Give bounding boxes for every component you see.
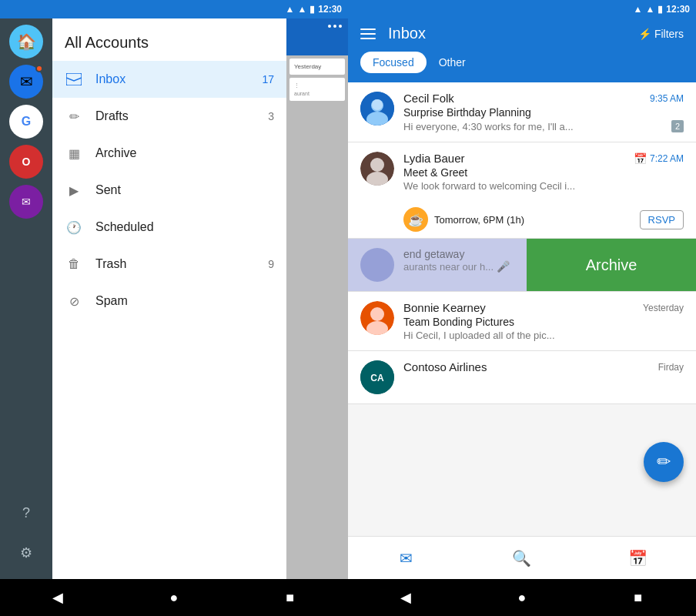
tabs-bar: Focused Other [348, 52, 696, 82]
account-purple[interactable]: ✉ [9, 185, 43, 219]
left-android-nav: ◀ ● ■ [0, 579, 348, 616]
email-list: Cecil Folk 9:35 AM Surprise Birthday Pla… [348, 82, 696, 536]
right-android-nav: ◀ ● ■ [348, 579, 696, 616]
left-main: 🏠 ✉ G O ✉ ? ⚙ [0, 18, 348, 579]
archive-label: Archive [586, 256, 637, 274]
mail-icon: ✉ [22, 196, 31, 208]
settings-button[interactable]: ⚙ [9, 536, 43, 570]
email-subject-4: Team Bonding Pictures [403, 316, 684, 328]
email-preview-1: Hi everyone, 4:30 works for me, I'll a..… [403, 121, 668, 132]
notification-dot [35, 65, 43, 72]
email-content-4: Bonnie Kearney Yesterday Team Bonding Pi… [403, 301, 684, 341]
nav-item-archive[interactable]: ▦ Archive [52, 135, 286, 172]
meeting-row-inner: ☕ Tomorrow, 6PM (1h) RSVP [403, 207, 684, 232]
email-item-2-main: Lydia Bauer 📅 7:22 AM Meet & Greet We lo… [348, 142, 696, 201]
account-outlook[interactable]: ✉ [9, 65, 43, 99]
left-recents-button[interactable]: ■ [275, 582, 306, 613]
email-item-3[interactable]: end getaway Yesterday aurants near our h… [348, 239, 696, 292]
account-google[interactable]: G [9, 105, 43, 139]
wifi-icon: ▲ [286, 4, 295, 15]
inbox-icon [65, 70, 83, 89]
bottom-nav: ✉ 🔍 📅 [348, 536, 696, 579]
email-subject-2: Meet & Greet [403, 166, 684, 179]
tab-focused[interactable]: Focused [360, 52, 427, 73]
right-status-bar: ▲ ▲ ▮ 12:30 [348, 0, 696, 18]
office-icon: O [22, 156, 31, 168]
scheduled-icon: 🕐 [65, 218, 83, 236]
email-item-1[interactable]: Cecil Folk 9:35 AM Surprise Birthday Pla… [348, 82, 696, 142]
left-time: 12:30 [318, 4, 342, 15]
right-home-button[interactable]: ● [507, 582, 537, 613]
drafts-label: Drafts [95, 109, 256, 123]
email-item-5[interactable]: CA Contoso Airlines Firday [348, 351, 696, 404]
nav-item-inbox[interactable]: Inbox 17 [52, 61, 286, 98]
spam-icon: ⊘ [65, 292, 83, 310]
search-nav-icon: 🔍 [512, 549, 531, 567]
email-sender-4: Bonnie Kearney [403, 301, 486, 314]
account-office[interactable]: O [9, 145, 43, 179]
trash-badge: 9 [268, 258, 274, 270]
right-back-button[interactable]: ◀ [390, 582, 421, 613]
nav-item-sent[interactable]: ▶ Sent [52, 172, 286, 209]
right-recents-button[interactable]: ■ [623, 582, 654, 613]
avatar-3 [360, 248, 394, 282]
preview-dots[interactable] [286, 18, 348, 34]
drafts-badge: 3 [268, 110, 274, 122]
help-button[interactable]: ? [9, 496, 43, 530]
rsvp-button[interactable]: RSVP [640, 210, 684, 229]
meeting-time: Tomorrow, 6PM (1h) [434, 214, 634, 226]
svg-point-9 [370, 307, 384, 321]
left-home-button[interactable]: ● [159, 582, 189, 613]
filter-label: Filters [654, 28, 684, 40]
bottom-search-button[interactable]: 🔍 [499, 537, 545, 580]
compose-fab[interactable]: ✏ [644, 442, 684, 482]
nav-item-trash[interactable]: 🗑 Trash 9 [52, 246, 286, 283]
svg-point-4 [372, 99, 383, 110]
filter-button[interactable]: ⚡ Filters [638, 28, 684, 40]
email-time-5: Firday [658, 362, 684, 373]
email-top-2: Lydia Bauer 📅 7:22 AM [403, 152, 684, 165]
left-back-button[interactable]: ◀ [42, 582, 73, 613]
preview-item2: ⋮ aurant [289, 78, 345, 101]
bottom-mail-button[interactable]: ✉ [383, 537, 429, 580]
bottom-calendar-button[interactable]: 📅 [615, 537, 661, 580]
hamburger-line2 [360, 33, 376, 35]
email-content-1: Cecil Folk 9:35 AM Surprise Birthday Pla… [403, 92, 684, 132]
inbox-badge: 17 [262, 73, 274, 85]
mail-nav-icon: ✉ [400, 549, 413, 567]
dot3 [339, 25, 342, 28]
account-home[interactable]: 🏠 [9, 25, 43, 59]
archive-overlay: Archive [527, 239, 696, 291]
email-content-5: Contoso Airlines Firday [403, 360, 684, 394]
meeting-row: ☕ Tomorrow, 6PM (1h) RSVP [348, 201, 696, 239]
battery-icon: ▮ [310, 4, 315, 15]
nav-item-scheduled[interactable]: 🕐 Scheduled [52, 209, 286, 246]
email-meta-2: 📅 7:22 AM [634, 152, 684, 165]
outlook-icon: ✉ [20, 72, 33, 91]
email-sender-5: Contoso Airlines [403, 360, 487, 373]
email-preview-3: aurants near our h... [403, 261, 494, 273]
email-item-2[interactable]: Lydia Bauer 📅 7:22 AM Meet & Greet We lo… [348, 142, 696, 239]
attachment-icon: 🎤 [497, 260, 510, 273]
trash-icon: 🗑 [65, 255, 83, 273]
left-status-icons: ▲ ▲ ▮ 12:30 [286, 4, 342, 15]
account-sidebar: 🏠 ✉ G O ✉ ? ⚙ [0, 18, 52, 579]
scheduled-label: Scheduled [95, 220, 274, 234]
nav-item-drafts[interactable]: ✏ Drafts 3 [52, 98, 286, 135]
right-panel: ▲ ▲ ▮ 12:30 Inbox ⚡ Filters [348, 0, 696, 616]
avatar-2 [360, 152, 394, 186]
spam-label: Spam [95, 294, 274, 308]
hamburger-menu[interactable] [360, 28, 376, 39]
nav-item-spam[interactable]: ⊘ Spam [52, 283, 286, 320]
email-sender-2: Lydia Bauer [403, 152, 465, 165]
calendar-nav-icon: 📅 [628, 549, 647, 567]
archive-label: Archive [95, 146, 274, 160]
email-time-4: Yesterday [643, 303, 684, 313]
tab-other[interactable]: Other [433, 52, 472, 73]
email-item-4[interactable]: Bonnie Kearney Yesterday Team Bonding Pi… [348, 292, 696, 351]
preview-header [286, 18, 348, 55]
nav-panel: All Accounts Inbox 17 ✏ [52, 18, 286, 579]
sent-label: Sent [95, 183, 274, 197]
hamburger-line3 [360, 38, 376, 39]
email-content-2: Lydia Bauer 📅 7:22 AM Meet & Greet We lo… [403, 152, 684, 192]
